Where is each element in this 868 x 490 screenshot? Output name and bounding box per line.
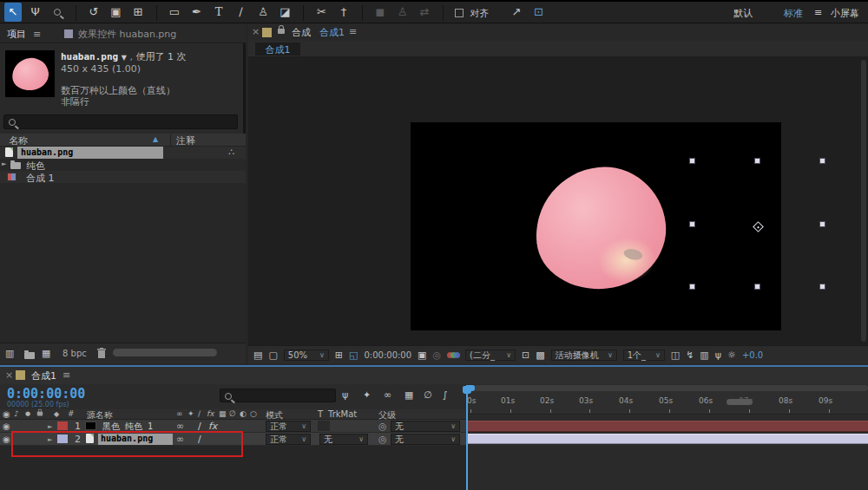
- shy-switch-icon[interactable]: ∞: [176, 409, 183, 418]
- motion-blur-switch-icon[interactable]: ∅: [229, 409, 236, 418]
- comp-canvas[interactable]: [411, 122, 781, 330]
- folder-expand-icon[interactable]: ►: [2, 160, 6, 167]
- layer2-duration-bar[interactable]: [468, 434, 868, 444]
- project-row-huaban[interactable]: huaban.png ∴: [0, 147, 246, 159]
- layer1-parent-pickwhip-icon[interactable]: ◎: [378, 421, 387, 432]
- layer2-mode-select[interactable]: 正常 ∨: [266, 434, 311, 445]
- playhead-marker[interactable]: [463, 386, 471, 394]
- selection-handle-s[interactable]: [754, 284, 760, 290]
- snapshot-camera-icon[interactable]: ▣: [418, 350, 426, 361]
- column-comment[interactable]: 注释: [170, 134, 195, 147]
- motion-blur-button[interactable]: ∅: [424, 389, 432, 401]
- comp-panel-menu-icon[interactable]: ≡: [349, 26, 357, 37]
- anchor-point-marker[interactable]: [753, 221, 764, 232]
- timeline-panel-menu-icon[interactable]: ≡: [62, 369, 70, 381]
- align-checkbox[interactable]: [455, 9, 464, 17]
- brush-tool[interactable]: ∕: [233, 3, 250, 22]
- fx-switch-icon[interactable]: fx: [207, 409, 214, 418]
- close-panel-icon[interactable]: ×: [252, 26, 260, 37]
- pixel-aspect-correction-icon[interactable]: ◫: [671, 350, 680, 361]
- threed-switch-icon[interactable]: ○: [250, 409, 257, 418]
- video-column-icon[interactable]: ◉: [3, 409, 10, 419]
- trash-icon[interactable]: [97, 348, 106, 359]
- new-folder-icon[interactable]: [24, 352, 35, 359]
- grid-guides-icon[interactable]: ⊞: [335, 350, 343, 361]
- puppet-pin-tool[interactable]: †: [335, 3, 352, 22]
- comp-current-time[interactable]: 0:00:00:00: [364, 350, 411, 360]
- frame-blending-button[interactable]: ▦: [404, 389, 413, 401]
- label-column-icon[interactable]: ◆: [54, 410, 59, 418]
- workspace-small-screen[interactable]: 小屏幕: [831, 7, 859, 20]
- view-layout-select[interactable]: 1个_ ∨: [623, 350, 665, 361]
- tab-project[interactable]: 项目: [7, 28, 26, 41]
- panel-layers-icon[interactable]: ▤: [253, 350, 262, 361]
- interpret-footage-icon[interactable]: ▥: [5, 348, 14, 359]
- selection-handle-n[interactable]: [754, 158, 760, 164]
- show-channels-icon[interactable]: [447, 351, 459, 360]
- selection-handle-sw[interactable]: [689, 284, 695, 290]
- layer1-expand-icon[interactable]: ►: [48, 423, 52, 430]
- mini-flowchart-button[interactable]: ψ: [342, 389, 348, 401]
- type-tool[interactable]: T: [210, 3, 227, 22]
- hide-shy-layers-button[interactable]: ∞: [384, 389, 391, 401]
- layer2-parent-pickwhip-icon[interactable]: ◎: [378, 434, 387, 445]
- preview-monitor-icon[interactable]: ▢: [268, 350, 277, 361]
- project-horizontal-scrollbar[interactable]: [113, 349, 217, 356]
- layer2-video-eye-icon[interactable]: ◉: [3, 434, 10, 444]
- fast-previews-icon[interactable]: ↯: [686, 350, 694, 361]
- close-timeline-icon[interactable]: ×: [5, 369, 13, 381]
- time-ruler[interactable]: 0s 01s 02s 03s 04s 05s 06s 07s 08s 09s: [466, 391, 868, 415]
- trkmat-column[interactable]: TrkMat: [328, 409, 357, 419]
- quality-switch-icon[interactable]: ∕: [198, 409, 201, 418]
- graph-editor-button[interactable]: ∫: [443, 389, 448, 401]
- solo-column-icon[interactable]: ●: [25, 410, 30, 417]
- comp-viewer[interactable]: [248, 56, 868, 345]
- timeline-button-icon[interactable]: ▥: [700, 350, 708, 361]
- column-name[interactable]: 名称: [9, 134, 28, 147]
- workspace-default[interactable]: 默认: [733, 7, 753, 20]
- layer1-mode-select[interactable]: 正常 ∨: [266, 421, 311, 432]
- project-row-comp1[interactable]: 合成 1: [0, 171, 246, 183]
- project-row-solids[interactable]: ► 纯色: [0, 159, 246, 171]
- clone-stamp-tool[interactable]: ♙: [254, 3, 272, 22]
- footage-preview-thumbnail[interactable]: [5, 50, 55, 97]
- layer2-parent-select[interactable]: 无 ∨: [391, 434, 460, 445]
- audio-column-icon[interactable]: ♪: [14, 409, 19, 418]
- roto-brush-tool[interactable]: ✂: [313, 3, 331, 22]
- project-search-box[interactable]: [3, 114, 238, 129]
- layer1-label-swatch[interactable]: [57, 421, 68, 430]
- hand-tool[interactable]: Ψ: [27, 3, 44, 22]
- layer1-parent-select[interactable]: 无 ∨: [391, 421, 460, 432]
- sort-ascending-icon[interactable]: ▲: [153, 135, 158, 143]
- snapping-icon[interactable]: ⊡: [530, 3, 548, 22]
- workspace-standard[interactable]: 标准: [784, 7, 803, 20]
- selection-tool[interactable]: ↖: [4, 3, 22, 22]
- lock-column-icon[interactable]: [37, 412, 43, 416]
- mask-feather-icon[interactable]: ↗: [508, 3, 525, 22]
- magnification-select[interactable]: 50% ∨: [284, 350, 329, 361]
- playhead-line[interactable]: [466, 385, 468, 490]
- project-panel-menu-icon[interactable]: ≡: [33, 29, 41, 40]
- layer1-video-eye-icon[interactable]: ◉: [3, 421, 10, 431]
- zoom-tool[interactable]: [49, 3, 66, 22]
- reset-exposure-icon[interactable]: ☼: [727, 350, 736, 361]
- selection-handle-e[interactable]: [819, 221, 825, 227]
- timeline-tab[interactable]: 合成1: [31, 369, 56, 382]
- selection-handle-w[interactable]: [689, 221, 695, 227]
- tab-effect-controls[interactable]: 效果控件 huaban.png: [78, 28, 176, 41]
- timeline-search-box[interactable]: [220, 389, 336, 402]
- comp-tab[interactable]: 合成1: [255, 42, 300, 56]
- rectangle-tool[interactable]: ▭: [166, 3, 183, 22]
- view-select[interactable]: 活动摄像机 ∨: [551, 350, 617, 361]
- exposure-value[interactable]: +0.0: [742, 350, 763, 360]
- new-composition-icon[interactable]: ▦: [42, 348, 50, 359]
- project-search-input[interactable]: [19, 117, 219, 128]
- camera-tool[interactable]: ▣: [108, 3, 125, 22]
- eraser-tool[interactable]: ◪: [277, 3, 294, 22]
- trkmat-t-column[interactable]: T: [318, 409, 323, 419]
- pen-tool[interactable]: ✒: [188, 3, 206, 22]
- lock-icon[interactable]: [278, 29, 285, 34]
- footage-dropdown-icon[interactable]: ▼: [122, 54, 127, 62]
- region-of-interest-icon[interactable]: ⊡: [522, 350, 529, 361]
- comp-flowchart-icon[interactable]: ψ: [715, 350, 721, 361]
